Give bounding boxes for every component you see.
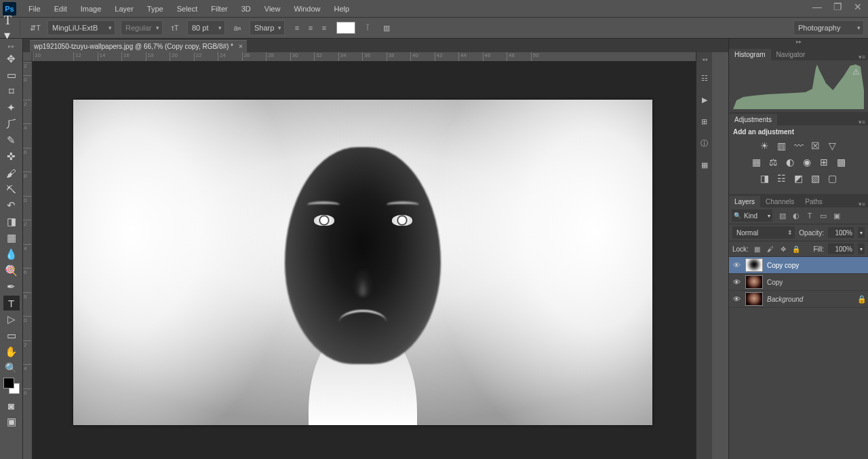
menu-layer[interactable]: Layer: [108, 2, 140, 16]
font-family-dropdown[interactable]: MingLiU-ExtB: [47, 20, 115, 35]
eyedropper-tool[interactable]: ✎: [3, 133, 20, 148]
menu-3d[interactable]: 3D: [235, 2, 258, 16]
gradient-map-adjustment-icon[interactable]: ▧: [810, 172, 822, 184]
menu-image[interactable]: Image: [74, 2, 108, 16]
filter-shape-icon[interactable]: ▭: [818, 211, 828, 220]
foreground-background-colors[interactable]: [3, 378, 20, 394]
layer-row[interactable]: 👁Copy copy: [729, 257, 868, 274]
blur-tool[interactable]: 💧: [3, 247, 20, 262]
move-tool[interactable]: ✥: [3, 52, 20, 66]
magic-wand-tool[interactable]: ✦: [3, 100, 20, 115]
path-selection-tool[interactable]: ▷: [3, 312, 20, 327]
layer-visibility-icon[interactable]: 👁: [732, 295, 741, 303]
layers-panel-menu-icon[interactable]: ▾≡: [856, 201, 868, 207]
color-balance-adjustment-icon[interactable]: ⚖: [767, 156, 779, 168]
color-lookup-adjustment-icon[interactable]: ▩: [835, 156, 847, 168]
minimize-button[interactable]: —: [807, 0, 827, 14]
filter-pixel-icon[interactable]: ▧: [778, 211, 787, 220]
anti-alias-dropdown[interactable]: Sharp: [250, 20, 285, 35]
panel-dock-collapse-icon[interactable]: ▸▸: [729, 39, 868, 47]
fill-field[interactable]: 100%: [828, 243, 854, 254]
align-left-button[interactable]: ≡: [290, 21, 304, 35]
lock-all-icon[interactable]: 🔒: [791, 244, 801, 254]
clone-stamp-tool[interactable]: ⛏: [3, 182, 20, 197]
photo-filter-adjustment-icon[interactable]: ◉: [801, 156, 813, 168]
layer-thumbnail[interactable]: [745, 258, 763, 272]
maximize-button[interactable]: ❐: [827, 0, 848, 14]
invert-adjustment-icon[interactable]: ◨: [759, 172, 771, 184]
layer-visibility-icon[interactable]: 👁: [732, 261, 741, 269]
filter-type-icon[interactable]: T: [805, 211, 814, 220]
crop-tool[interactable]: ⺁: [3, 117, 20, 132]
info-panel-icon[interactable]: ⓘ: [698, 137, 711, 149]
toolbox-collapse-icon[interactable]: ▸▸: [8, 43, 15, 49]
lock-position-icon[interactable]: ✥: [778, 244, 788, 254]
histogram-panel-menu-icon[interactable]: ▾≡: [856, 54, 868, 60]
layer-thumbnail[interactable]: [745, 275, 763, 289]
history-brush-tool[interactable]: ↶: [3, 198, 20, 213]
play-icon[interactable]: ▶: [698, 94, 711, 106]
black-white-adjustment-icon[interactable]: ◐: [784, 156, 796, 168]
healing-brush-tool[interactable]: ✜: [3, 149, 20, 164]
layer-filter-type-dropdown[interactable]: Kind: [732, 209, 772, 222]
zoom-tool[interactable]: 🔍: [3, 361, 20, 376]
type-tool[interactable]: T: [3, 296, 20, 311]
actions-panel-icon[interactable]: ☷: [698, 72, 711, 84]
brush-tool[interactable]: 🖌: [3, 165, 20, 180]
hand-tool[interactable]: ✋: [3, 344, 20, 359]
font-style-dropdown[interactable]: Regular: [121, 20, 163, 35]
adjustments-panel-menu-icon[interactable]: ▾≡: [856, 119, 868, 125]
brightness-contrast-adjustment-icon[interactable]: ☀: [759, 140, 771, 152]
blend-mode-dropdown[interactable]: Normal: [732, 226, 795, 239]
foreground-color[interactable]: [3, 378, 14, 388]
text-color-swatch[interactable]: [336, 22, 355, 34]
document-tab-close-icon[interactable]: ×: [239, 43, 243, 50]
opacity-dropdown-icon[interactable]: ▾: [858, 227, 865, 238]
menu-view[interactable]: View: [258, 2, 288, 16]
layer-row[interactable]: 👁Background🔒: [729, 291, 868, 308]
filter-adjustment-icon[interactable]: ◐: [791, 211, 801, 220]
navigator-tab[interactable]: Navigator: [771, 49, 811, 60]
align-center-button[interactable]: ≡: [304, 21, 317, 35]
lock-paint-icon[interactable]: 🖌: [766, 244, 775, 254]
menu-edit[interactable]: Edit: [47, 2, 74, 16]
lasso-tool[interactable]: ⌑: [3, 84, 20, 99]
histogram-tab[interactable]: Histogram: [729, 49, 771, 60]
canvas-viewport[interactable]: [33, 62, 712, 459]
styles-panel-icon[interactable]: ▦: [698, 159, 711, 171]
layer-name[interactable]: Copy: [767, 279, 865, 286]
rectangle-shape-tool[interactable]: ▭: [3, 328, 20, 343]
menu-filter[interactable]: Filter: [204, 2, 234, 16]
close-window-button[interactable]: ✕: [848, 0, 868, 14]
layer-row[interactable]: 👁Copy: [729, 274, 868, 291]
threshold-adjustment-icon[interactable]: ◩: [793, 172, 805, 184]
curves-adjustment-icon[interactable]: 〰: [793, 140, 805, 152]
warp-text-icon[interactable]: Ĩ: [361, 21, 374, 35]
dock-collapse-icon[interactable]: ◂◂: [702, 56, 707, 62]
levels-adjustment-icon[interactable]: ▥: [776, 140, 788, 152]
vibrance-adjustment-icon[interactable]: ▽: [827, 140, 839, 152]
adjustments-tab[interactable]: Adjustments: [729, 114, 777, 125]
canvas[interactable]: [73, 100, 652, 425]
menu-help[interactable]: Help: [328, 2, 357, 16]
menu-file[interactable]: File: [22, 2, 47, 16]
hue-saturation-adjustment-icon[interactable]: ▦: [750, 156, 762, 168]
screen-mode[interactable]: ▣: [3, 414, 20, 429]
layer-name[interactable]: Copy copy: [767, 262, 865, 269]
rectangular-marquee-tool[interactable]: ▭: [3, 68, 20, 83]
workspace-switcher[interactable]: Photography: [793, 20, 864, 35]
properties-panel-icon[interactable]: ⊞: [698, 115, 711, 127]
type-tool-indicator[interactable]: T ▾: [4, 20, 20, 36]
toggle-orientation-icon[interactable]: ⇵T: [28, 21, 42, 35]
exposure-adjustment-icon[interactable]: ☒: [810, 140, 822, 152]
channels-tab[interactable]: Channels: [760, 196, 800, 207]
menu-select[interactable]: Select: [170, 2, 205, 16]
paths-tab[interactable]: Paths: [800, 196, 828, 207]
layer-name[interactable]: Background: [767, 296, 853, 303]
gradient-tool[interactable]: ▦: [3, 231, 20, 245]
menu-type[interactable]: Type: [140, 2, 170, 16]
eraser-tool[interactable]: ◨: [3, 214, 20, 229]
pen-tool[interactable]: ✒: [3, 279, 20, 294]
opacity-field[interactable]: 100%: [828, 227, 854, 238]
dodge-tool[interactable]: 🍭: [3, 263, 20, 278]
